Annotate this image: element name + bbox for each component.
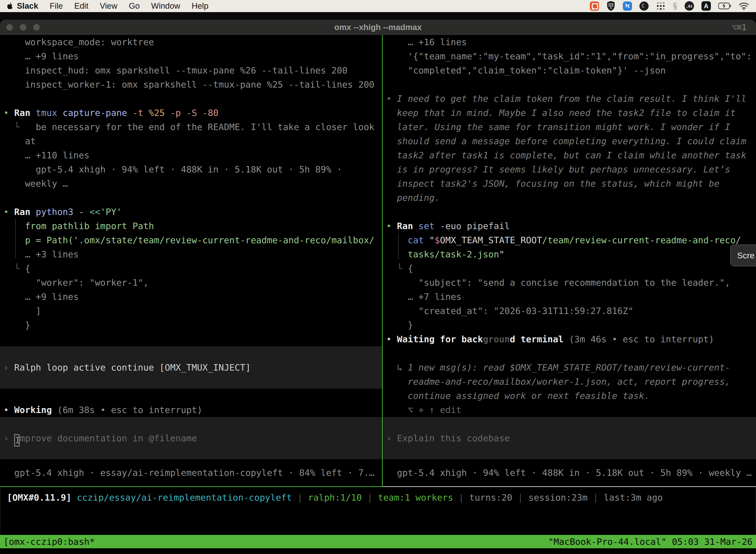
terminal-line: "worker": "worker-1", <box>0 276 382 290</box>
terminal-line: ↳ 1 new msg(s): read $OMX_TEAM_STATE_ROO… <box>383 361 756 375</box>
terminal-line: task2 after task1 is complete, but can I… <box>383 148 756 162</box>
terminal-line: weekly … <box>0 176 382 190</box>
menu-item-go[interactable]: Go <box>129 1 140 11</box>
right-pane-bottom: › Explain this codebase gpt-5.4 xhigh · … <box>383 417 756 486</box>
menu-item-file[interactable]: File <box>50 1 63 11</box>
tmux-session-label[interactable]: [omx-cczip0:bash* <box>3 537 95 547</box>
terminal-line: • Ran python3 - <<'PY' <box>0 205 382 219</box>
right-pane-scrollback: … +16 lines'{"team_name":"my-team","task… <box>383 35 756 417</box>
slack-icon[interactable] <box>590 1 599 11</box>
right-prompt-input[interactable]: › Explain this codebase <box>383 417 756 459</box>
tmux-host-clock: "MacBook-Pro-44.local" 05:03 31-Mar-26 <box>548 537 753 547</box>
terminal-line: pending. <box>383 190 756 205</box>
terminal-line: } <box>0 318 382 332</box>
terminal-line: [OMX#0.11.9] cczip/essay/ai-reimplementa… <box>3 491 756 505</box>
right-pane[interactable]: … +16 lines'{"team_name":"my-team","task… <box>383 35 756 487</box>
terminal-line: … +3 lines <box>0 247 382 261</box>
menu-bar-status-icons: Ϟ ☾ § ..61 A <box>590 1 749 11</box>
terminal-line <box>0 332 382 346</box>
terminal-line: └ { <box>383 261 756 276</box>
terminal-line <box>383 346 756 361</box>
terminal-line: • I need to get the claim token from the… <box>383 92 756 106</box>
terminal-line: at <box>0 134 382 148</box>
desktop-gap <box>0 12 756 19</box>
terminal-line: ⌥ + ↑ edit <box>383 403 756 417</box>
terminal-line <box>0 389 382 403</box>
left-pane[interactable]: workspace_mode: worktree… +9 linesinspec… <box>0 35 382 487</box>
apple-menu-icon[interactable] <box>7 2 13 10</box>
window-shortcut-badge: ⌥⌘1 <box>732 22 747 32</box>
zoom-button[interactable] <box>33 24 40 31</box>
terminal-line <box>383 205 756 219</box>
left-pane-bottom: › Improve documentation in @filename gpt… <box>0 417 382 486</box>
moon-circle-icon[interactable]: ☾ <box>639 1 649 11</box>
terminal-line: • Ran set -euo pipefail <box>383 219 756 233</box>
terminal-line: should send a message before completing … <box>383 134 756 148</box>
dots-grid-icon[interactable] <box>656 1 666 11</box>
terminal-line: from pathlib import Path <box>0 219 382 233</box>
battery-charging-icon[interactable] <box>718 2 731 9</box>
window-title-bar[interactable]: omx --xhigh --madmax ⌥⌘1 <box>0 19 756 35</box>
terminal-line: continue assigned work or next feasible … <box>383 389 756 403</box>
terminal-line <box>0 190 382 205</box>
close-button[interactable] <box>6 24 13 31</box>
terminal-line: › Ralph loop active continue [OMX_TMUX_I… <box>0 361 382 375</box>
menu-item-window[interactable]: Window <box>151 1 180 11</box>
left-pane-working-status: • Working (6m 38s • esc to interrupt) <box>0 389 382 417</box>
terminal-window: omx --xhigh --madmax ⌥⌘1 workspace_mode:… <box>0 19 756 554</box>
menu-item-slack[interactable]: Slack <box>17 1 38 11</box>
tmux-panes: workspace_mode: worktree… +9 linesinspec… <box>0 35 756 487</box>
terminal-line: } <box>383 318 756 332</box>
menu-bar: SlackFileEditViewGoWindowHelp Ϟ ☾ § ..61… <box>0 0 756 12</box>
terminal-line: ] <box>0 304 382 318</box>
left-prompt-input[interactable]: › Improve documentation in @filename <box>0 417 382 459</box>
terminal-line: … +9 lines <box>0 290 382 304</box>
left-pane-scrollback: workspace_mode: worktree… +9 linesinspec… <box>0 35 382 346</box>
terminal-line: keep that in mind. Maybe I also need the… <box>383 106 756 120</box>
terminal-line: gpt-5.4 xhigh · 94% left · 488K in · 5.1… <box>0 162 382 176</box>
terminal-line: inspect task2's JSON, focusing on the st… <box>383 176 756 190</box>
squiggle-icon[interactable]: § <box>673 1 677 11</box>
terminal-line: › Explain this codebase <box>383 431 756 445</box>
terminal-line: is in progress? It seems likely but perh… <box>383 162 756 176</box>
terminal-line: "completed","claim_token":"claim-token"}… <box>383 63 756 77</box>
a-app-icon[interactable]: A <box>701 1 711 11</box>
menu-item-help[interactable]: Help <box>192 1 208 11</box>
shield-keypad-icon[interactable] <box>607 1 615 11</box>
terminal-line: readme-and-reco/mailbox/worker-1.json, a… <box>383 375 756 389</box>
terminal-line <box>383 77 756 92</box>
terminal-line: "created_at": "2026-03-31T11:59:27.816Z" <box>383 304 756 318</box>
terminal-line: inspect_hud: omx sparkshell --tmux-pane … <box>0 63 382 77</box>
terminal-line: › Improve documentation in @filename <box>0 431 382 445</box>
indent-guide <box>15 219 16 259</box>
terminal-line: • Ran tmux capture-pane -t %25 -p -S -80 <box>0 106 382 120</box>
menu-item-view[interactable]: View <box>100 1 117 11</box>
terminal-line: … +7 lines <box>383 290 756 304</box>
terminal-line: workspace_mode: worktree <box>0 35 382 49</box>
terminal-line: • Working (6m 38s • esc to interrupt) <box>0 403 382 417</box>
terminal-line: later. Using the same for transition mig… <box>383 120 756 134</box>
terminal-line: … +16 lines <box>383 35 756 49</box>
traffic-lights <box>6 19 40 35</box>
left-pane-status-line: gpt-5.4 xhigh · essay/ai-reimplementatio… <box>0 466 382 480</box>
menu-item-edit[interactable]: Edit <box>74 1 88 11</box>
terminal-line: cat "$OMX_TEAM_STATE_ROOT/team/review-cu… <box>383 233 756 247</box>
wifi-icon[interactable] <box>739 2 749 10</box>
terminal-line: • Waiting for background terminal (3m 46… <box>383 332 756 346</box>
ralph-loop-banner: › Ralph loop active continue [OMX_TMUX_I… <box>0 346 382 389</box>
terminal-line: … +110 lines <box>0 148 382 162</box>
terminal-line: inspect_worker-1: omx sparkshell --tmux-… <box>0 77 382 92</box>
terminal-line: "subject": "send a concise recommendatio… <box>383 276 756 290</box>
screen-share-overlay-label: Scre <box>737 251 755 260</box>
right-pane-status-line: gpt-5.4 xhigh · 94% left · 488K in · 5.1… <box>383 466 756 480</box>
terminal-line: '{"team_name":"my-team","task_id":"1","f… <box>383 49 756 63</box>
badge-61-icon[interactable]: ..61 <box>685 1 694 11</box>
terminal-line: p = Path('.omx/state/team/review-current… <box>0 233 382 247</box>
minimize-button[interactable] <box>20 24 26 31</box>
screen-share-overlay-button[interactable]: Scre <box>730 244 756 266</box>
window-title: omx --xhigh --madmax <box>334 22 422 32</box>
bolt-circle-icon[interactable]: Ϟ <box>623 1 632 11</box>
menu-items: SlackFileEditViewGoWindowHelp <box>17 1 208 11</box>
window-bottom-edge <box>0 548 756 554</box>
omx-status-line: [OMX#0.11.9] cczip/essay/ai-reimplementa… <box>0 487 756 509</box>
